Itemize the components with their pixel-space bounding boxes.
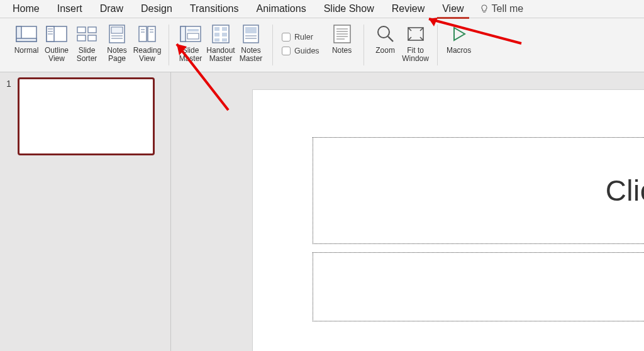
zoom-icon [374, 23, 397, 45]
svg-line-44 [388, 36, 393, 42]
outline-view-icon [45, 23, 68, 45]
menu-review[interactable]: Review [383, 1, 433, 17]
svg-rect-24 [187, 29, 199, 31]
slide-master-label: Slide Master [177, 47, 204, 63]
thumbnail-pane[interactable]: 1 [0, 72, 171, 351]
slide-master-button[interactable]: Slide Master [175, 22, 206, 63]
normal-view-label: Normal [14, 47, 39, 63]
ribbon-group-zoom: Zoom Fit to Window [364, 21, 437, 72]
svg-rect-8 [77, 27, 86, 33]
fit-window-label: Fit to Window [402, 47, 430, 63]
svg-rect-34 [245, 27, 257, 33]
svg-rect-13 [111, 27, 123, 33]
tell-me[interactable]: Tell me [473, 1, 530, 17]
svg-rect-10 [77, 35, 86, 41]
notes-master-label: Notes Master [237, 47, 265, 63]
notes-page-button[interactable]: Notes Page [102, 22, 132, 63]
outline-view-button[interactable]: Outline View [42, 22, 72, 63]
menu-insert[interactable]: Insert [48, 1, 91, 17]
svg-point-43 [378, 26, 389, 38]
menu-design[interactable]: Design [132, 1, 181, 17]
normal-view-icon [15, 23, 38, 45]
app-window: Home Insert Draw Design Transitions Anim… [0, 0, 644, 351]
handout-master-label: Handout Master [206, 47, 235, 63]
ruler-label: Ruler [294, 33, 313, 42]
slide-sorter-button[interactable]: Slide Sorter [72, 22, 102, 63]
notes-master-icon [240, 23, 262, 45]
guides-checkbox[interactable]: Guides [282, 47, 319, 55]
macros-label: Macros [447, 47, 471, 63]
slide-master-icon [179, 23, 202, 45]
ribbon: Normal Outline View Slide Sorter Notes P… [0, 18, 644, 72]
work-area: 1 Click to add title Click to add subtit… [0, 72, 644, 351]
svg-rect-17 [148, 26, 155, 42]
slide-thumbnail[interactable]: 1 [6, 77, 164, 155]
svg-marker-46 [454, 28, 465, 40]
checkbox-icon [282, 33, 291, 42]
svg-rect-27 [214, 27, 219, 31]
fit-window-icon [404, 23, 427, 45]
ribbon-group-master-views: Slide Master Handout Master Notes Master [169, 21, 272, 72]
svg-rect-9 [88, 27, 96, 33]
menu-home[interactable]: Home [4, 1, 48, 17]
handout-master-button[interactable]: Handout Master [206, 22, 236, 63]
svg-rect-16 [139, 26, 147, 42]
ruler-checkbox[interactable]: Ruler [282, 33, 319, 42]
macros-icon [448, 23, 470, 45]
handout-master-icon [209, 23, 232, 45]
svg-rect-29 [214, 33, 219, 36]
svg-rect-11 [88, 35, 96, 41]
subtitle-placeholder[interactable]: Click to add subtitle [313, 252, 644, 321]
svg-rect-31 [214, 38, 219, 42]
svg-rect-32 [222, 38, 227, 42]
ribbon-group-presentation-views: Normal Outline View Slide Sorter Notes P… [5, 21, 169, 72]
zoom-label: Zoom [375, 47, 395, 63]
slide[interactable]: Click to add title Click to add subtitle [253, 90, 644, 351]
title-placeholder[interactable]: Click to add title [313, 137, 644, 244]
notes-page-icon [106, 23, 128, 45]
outline-view-label: Outline View [43, 47, 70, 63]
reading-view-label: Reading View [133, 47, 162, 63]
zoom-button[interactable]: Zoom [370, 22, 401, 63]
fit-window-button[interactable]: Fit to Window [401, 22, 431, 63]
title-placeholder-text: Click to add title [606, 174, 644, 208]
svg-rect-28 [222, 27, 227, 31]
slide-thumbnail-preview[interactable] [18, 77, 155, 155]
slide-sorter-icon [75, 23, 98, 45]
notes-button[interactable]: Notes [327, 22, 357, 63]
notes-page-label: Notes Page [103, 47, 131, 63]
menu-bar: Home Insert Draw Design Transitions Anim… [0, 0, 644, 18]
normal-view-button[interactable]: Normal [11, 22, 42, 63]
slide-number: 1 [6, 77, 13, 89]
menu-draw[interactable]: Draw [91, 1, 132, 17]
slide-sorter-label: Slide Sorter [73, 47, 101, 63]
slide-canvas[interactable]: Click to add title Click to add subtitle [171, 72, 644, 351]
notes-label: Notes [332, 47, 352, 63]
svg-rect-23 [180, 26, 186, 42]
menu-view[interactable]: View [433, 1, 472, 17]
guides-label: Guides [294, 47, 319, 55]
macros-button[interactable]: Macros [444, 22, 474, 63]
ribbon-group-macros: Macros [438, 21, 480, 72]
svg-rect-30 [222, 33, 227, 36]
reading-view-icon [136, 23, 158, 45]
menu-slideshow[interactable]: Slide Show [315, 1, 383, 17]
svg-rect-2 [16, 38, 36, 42]
notes-icon [331, 23, 353, 45]
reading-view-button[interactable]: Reading View [132, 22, 162, 63]
ribbon-group-show: Ruler Guides Notes [273, 21, 364, 72]
checkbox-icon [282, 47, 291, 55]
menu-transitions[interactable]: Transitions [181, 1, 248, 17]
notes-master-button[interactable]: Notes Master [236, 22, 266, 63]
tell-me-label: Tell me [492, 3, 524, 14]
menu-animations[interactable]: Animations [248, 1, 315, 17]
lightbulb-icon [479, 4, 489, 14]
